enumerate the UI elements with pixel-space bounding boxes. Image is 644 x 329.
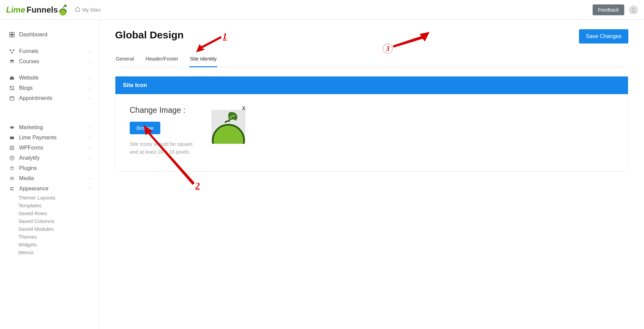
svg-rect-6 (10, 50, 11, 51)
sidebar-item-label: Blogs (19, 85, 33, 91)
svg-point-26 (12, 187, 14, 188)
svg-rect-3 (12, 32, 14, 34)
sidebar-sub-saved-columns[interactable]: Saved Columns (18, 217, 99, 225)
svg-point-1 (632, 8, 634, 10)
sidebar-item-label: Analytify (19, 155, 39, 161)
sidebar-item-courses[interactable]: Courses ‹ (0, 56, 99, 67)
svg-rect-4 (10, 35, 12, 37)
lime-fruit-icon (59, 4, 68, 16)
tab-site-identity[interactable]: Site Identity (189, 52, 217, 67)
page-header: Global Design Save Changes (115, 29, 628, 44)
analytify-icon (9, 155, 15, 161)
sidebar-group-3: Marketing ‹ Lime Payments ‹ WPForms ‹ An… (0, 122, 99, 256)
sidebar-sub-templates[interactable]: Templates (18, 202, 99, 209)
sidebar-item-media[interactable]: Media ‹ (0, 173, 99, 184)
sidebar: Dashboard Funnels ‹ Courses ‹ Website ‹ … (0, 20, 99, 329)
tabs: General Header/Footer Site Identity (115, 52, 628, 67)
sidebar-item-blogs[interactable]: Blogs ‹ (0, 83, 99, 93)
sidebar-item-funnels[interactable]: Funnels ‹ (0, 46, 99, 56)
chevron-left-icon: ‹ (89, 59, 90, 64)
wpforms-icon (9, 145, 15, 151)
sidebar-item-label: Marketing (19, 124, 43, 131)
chevron-left-icon: ‹ (89, 176, 90, 180)
chevron-left-icon: ‹ (89, 96, 90, 100)
brand-logo[interactable]: Lime Funnels (6, 4, 68, 16)
sidebar-item-appointments[interactable]: Appointments ‹ (0, 93, 99, 103)
plugins-icon (9, 165, 15, 171)
browse-button[interactable]: Browse (130, 122, 160, 134)
sidebar-sub-themes[interactable]: Themes (18, 233, 99, 241)
sidebar-item-wpforms[interactable]: WPForms ‹ (0, 143, 99, 153)
sidebar-item-lime-payments[interactable]: Lime Payments ‹ (0, 133, 99, 143)
chevron-left-icon: ‹ (89, 76, 90, 80)
sidebar-sub-widgets[interactable]: Widgets (18, 241, 99, 248)
topbar-right: Feedback (593, 4, 638, 15)
feedback-button[interactable]: Feedback (593, 4, 624, 15)
dashboard-icon (9, 32, 15, 38)
sidebar-item-appearance[interactable]: Appearance ‹ (0, 184, 99, 194)
svg-rect-2 (10, 32, 12, 34)
sidebar-item-label: Appearance (19, 186, 48, 192)
sidebar-group-2: Website ‹ Blogs ‹ Appointments ‹ (0, 73, 99, 103)
panel-title: Site Icon (115, 76, 628, 94)
svg-line-10 (10, 86, 14, 90)
chevron-down-icon: ‹ (87, 188, 92, 189)
sidebar-item-label: Lime Payments (19, 135, 57, 141)
sidebar-item-label: Plugins (19, 165, 37, 171)
media-icon (9, 175, 15, 181)
chevron-left-icon: ‹ (89, 156, 90, 160)
appearance-submenu: Themer Layouts Templates Saved Rows Save… (0, 194, 99, 256)
svg-rect-11 (10, 97, 14, 100)
site-icon-panel: Site Icon Change Image : Browse Site Ico… (115, 76, 628, 172)
chevron-left-icon: ‹ (89, 49, 90, 53)
svg-point-25 (10, 187, 12, 188)
site-icon-hint: Site Icons should be square and at least… (130, 140, 194, 156)
my-sites-link[interactable]: My Sites (75, 6, 101, 13)
brand-word-lime: Lime (6, 5, 25, 15)
site-icon-preview (211, 110, 245, 144)
svg-rect-7 (13, 50, 14, 51)
change-image-column: Change Image : Browse Site Icons should … (130, 106, 194, 156)
remove-image-button[interactable]: x (242, 104, 245, 111)
chevron-left-icon: ‹ (89, 146, 90, 150)
main-content: Global Design Save Changes General Heade… (99, 20, 644, 329)
sidebar-item-label: Dashboard (19, 31, 47, 38)
sidebar-sub-menus[interactable]: Menus (18, 248, 99, 256)
appointments-icon (9, 95, 15, 101)
sidebar-item-dashboard[interactable]: Dashboard (0, 29, 99, 40)
sidebar-sub-saved-modules[interactable]: Saved Modules (18, 225, 99, 233)
svg-point-27 (10, 189, 12, 190)
sidebar-group-1: Funnels ‹ Courses ‹ (0, 46, 99, 67)
brand-word-funnels: Funnels (27, 5, 58, 15)
website-icon (9, 75, 15, 81)
save-changes-button[interactable]: Save Changes (579, 29, 628, 44)
tab-header-footer[interactable]: Header/Footer (145, 52, 179, 67)
svg-rect-5 (12, 35, 14, 37)
sidebar-sub-themer-layouts[interactable]: Themer Layouts (18, 194, 99, 202)
appearance-icon (9, 186, 15, 192)
svg-rect-16 (10, 137, 14, 139)
sidebar-item-analytify[interactable]: Analytify ‹ (0, 153, 99, 163)
sidebar-item-website[interactable]: Website ‹ (0, 73, 99, 83)
svg-point-15 (13, 127, 14, 128)
chevron-left-icon: ‹ (89, 125, 90, 129)
svg-rect-8 (11, 52, 13, 53)
sidebar-item-marketing[interactable]: Marketing ‹ (0, 122, 99, 133)
chevron-left-icon: ‹ (89, 86, 90, 90)
image-preview-column: x (211, 106, 245, 144)
sidebar-item-plugins[interactable]: Plugins (0, 163, 99, 173)
sidebar-sub-saved-rows[interactable]: Saved Rows (18, 209, 99, 217)
sidebar-item-label: Media (19, 175, 34, 181)
chevron-left-icon: ‹ (89, 136, 90, 140)
change-image-label: Change Image : (130, 106, 194, 115)
svg-point-28 (213, 125, 244, 144)
annotation-number-2: 2 (195, 181, 200, 191)
topbar: Lime Funnels My Sites Feedback (0, 0, 644, 20)
tab-general[interactable]: General (115, 52, 134, 67)
user-avatar[interactable] (629, 5, 638, 14)
topbar-left: Lime Funnels My Sites (6, 4, 101, 16)
home-icon (75, 6, 80, 13)
page-title: Global Design (115, 29, 184, 41)
sidebar-item-label: WPForms (19, 145, 43, 151)
blogs-icon (9, 85, 15, 91)
